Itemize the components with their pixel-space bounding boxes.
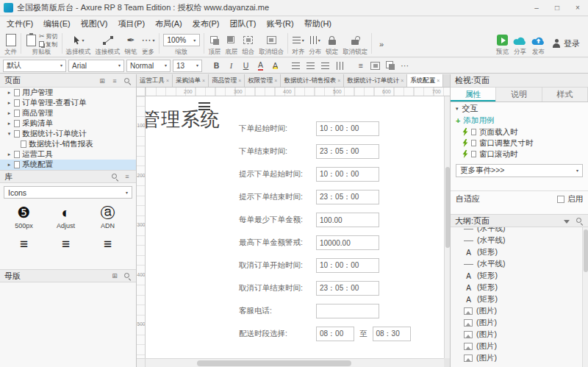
- doc-tab-order-stats[interactable]: 数据统计-订单统计×: [344, 74, 407, 87]
- style-preset-select[interactable]: 默认▾: [3, 60, 66, 72]
- canvas-horizontal-scrollbar[interactable]: [146, 358, 444, 367]
- send-to-back-button[interactable]: [226, 33, 237, 48]
- service-phone-field[interactable]: [316, 304, 379, 318]
- page-item-orders[interactable]: ▸订单管理-查看订单: [0, 98, 136, 108]
- outline-item-hline[interactable]: (水平线): [451, 227, 582, 235]
- more-format-button[interactable]: ⋯: [398, 60, 411, 72]
- event-page-load[interactable]: 页面载入时: [451, 127, 588, 138]
- close-tab-icon[interactable]: ×: [202, 78, 205, 83]
- add-page-icon[interactable]: ⊞: [98, 76, 107, 85]
- hint-start-time-field[interactable]: 10：00：00: [316, 167, 379, 182]
- scrollbar-thumb[interactable]: [584, 229, 588, 272]
- doc-tab-operation-tools[interactable]: 运营工具×: [137, 74, 173, 87]
- align-right-button[interactable]: [319, 60, 331, 72]
- scrollbar-thumb[interactable]: [197, 360, 351, 366]
- outline-item-hline[interactable]: (水平线): [451, 258, 582, 270]
- connect-mode-button[interactable]: [102, 33, 114, 48]
- unlock-button[interactable]: [349, 33, 361, 48]
- outline-item-rect[interactable]: A(矩形): [451, 293, 582, 305]
- collapse-arrow-icon[interactable]: ▾: [7, 131, 12, 137]
- highlight-button[interactable]: A: [269, 60, 282, 72]
- min-amount-field[interactable]: 100.00: [316, 213, 379, 227]
- expand-arrow-icon[interactable]: ▸: [7, 121, 12, 127]
- page-item-order-stats[interactable]: ▾数据统计-订单统计: [0, 129, 136, 139]
- select-mode-button[interactable]: ▾: [73, 33, 85, 48]
- tab-notes[interactable]: 说明: [496, 88, 542, 101]
- expand-arrow-icon[interactable]: ▸: [7, 90, 12, 96]
- cut-button[interactable]: ✂剪切: [39, 32, 58, 40]
- menu-arrange[interactable]: 布局(A): [150, 18, 187, 29]
- library-item-adn[interactable]: ⓐ ADN: [87, 202, 129, 233]
- doc-tab-permissions[interactable]: 权限管理×: [245, 74, 281, 87]
- menu-account[interactable]: 账号(R): [261, 18, 298, 29]
- close-button[interactable]: ×: [567, 0, 588, 15]
- vertical-align-button[interactable]: [334, 60, 346, 72]
- library-menu-icon[interactable]: ≡: [123, 172, 132, 181]
- lock-button[interactable]: [326, 33, 338, 48]
- expand-arrow-icon[interactable]: ▸: [7, 110, 12, 116]
- outline-item-image[interactable]: (图片): [451, 317, 582, 329]
- zoom-select[interactable]: 100% ▾: [163, 34, 201, 46]
- doc-tab-goods[interactable]: 商品管理×: [209, 74, 245, 87]
- maximize-button[interactable]: □: [547, 0, 567, 15]
- font-weight-select[interactable]: Normal▾: [126, 60, 171, 72]
- outline-item-rect[interactable]: A(矩形): [451, 270, 582, 282]
- more-tools-button[interactable]: ⋯▾: [142, 33, 155, 48]
- masters-search-icon[interactable]: [123, 271, 132, 280]
- outline-scrollbar[interactable]: [582, 227, 588, 367]
- close-tab-icon[interactable]: ×: [238, 78, 241, 83]
- new-file-button[interactable]: [5, 33, 17, 48]
- library-item-align-justify[interactable]: ≡: [3, 233, 45, 256]
- library-category-select[interactable]: Icons ▾: [4, 186, 132, 199]
- event-window-resize[interactable]: 窗口调整尺寸时: [451, 138, 588, 149]
- tab-properties[interactable]: 属性: [451, 88, 496, 101]
- preview-button[interactable]: [497, 33, 509, 48]
- outline-item-image[interactable]: (图片): [451, 341, 582, 352]
- ungroup-button[interactable]: [265, 33, 277, 48]
- page-item-users[interactable]: ▸用户管理: [0, 88, 136, 98]
- align-center-button[interactable]: [304, 60, 317, 72]
- max-amount-field[interactable]: 10000.00: [316, 235, 379, 250]
- copy-button[interactable]: 复制: [39, 40, 58, 48]
- toolbar-overflow-button[interactable]: »: [376, 37, 387, 51]
- align-button[interactable]: ▾: [293, 33, 304, 48]
- close-tab-icon[interactable]: ×: [401, 78, 404, 83]
- publish-button[interactable]: [531, 33, 545, 48]
- login-button[interactable]: 登录: [548, 31, 586, 56]
- interaction-section-header[interactable]: ▾ 交互: [451, 102, 588, 115]
- close-tab-icon[interactable]: ×: [274, 78, 277, 83]
- library-item-500px[interactable]: ❺ 500px: [3, 202, 45, 233]
- hamburger-menu-icon[interactable]: [198, 102, 210, 113]
- order-end-time-field[interactable]: 23：05：00: [316, 144, 379, 159]
- menu-project[interactable]: 项目(P): [112, 18, 150, 29]
- menu-file[interactable]: 文件(F): [1, 18, 38, 29]
- menu-team[interactable]: 团队(T): [224, 18, 261, 29]
- pages-search-icon[interactable]: [123, 76, 132, 85]
- font-color-button[interactable]: A: [254, 60, 267, 72]
- outline-filter-icon[interactable]: [562, 216, 571, 225]
- page-item-operation-tools[interactable]: ▸运营工具: [0, 149, 136, 160]
- canvas-vertical-scrollbar[interactable]: [444, 96, 450, 358]
- align-left-button[interactable]: [290, 60, 302, 72]
- delivery-start-field[interactable]: 08：00: [316, 327, 354, 341]
- close-tab-icon[interactable]: ×: [437, 78, 440, 83]
- outline-item-rect[interactable]: A(矩形): [451, 282, 582, 293]
- outline-item-image[interactable]: (图片): [451, 329, 582, 341]
- paste-button[interactable]: [25, 33, 37, 48]
- underline-button[interactable]: U: [240, 60, 252, 72]
- adaptive-enable-checkbox[interactable]: [557, 196, 564, 203]
- outline-search-icon[interactable]: [575, 216, 584, 225]
- doc-tab-purchase[interactable]: 采购清单×: [173, 74, 209, 87]
- font-family-select[interactable]: Arial▾: [68, 60, 124, 72]
- library-search-icon[interactable]: [110, 172, 119, 181]
- library-item-align-justify[interactable]: ≡: [45, 233, 87, 256]
- event-window-scroll[interactable]: 窗口滚动时: [451, 149, 588, 160]
- menu-view[interactable]: 视图(V): [76, 18, 113, 29]
- close-tab-icon[interactable]: ×: [166, 78, 169, 83]
- font-size-select[interactable]: 13▾: [173, 60, 202, 72]
- italic-button[interactable]: I: [225, 60, 237, 72]
- distribute-button[interactable]: ▾: [309, 33, 321, 48]
- page-item-sales-report[interactable]: 数据统计-销售报表: [0, 139, 136, 149]
- design-canvas[interactable]: 管理系统 下单起始时间:10：00：00 下单结束时间:23：05：00 提示下…: [146, 96, 444, 358]
- page-item-goods[interactable]: ▸商品管理: [0, 108, 136, 118]
